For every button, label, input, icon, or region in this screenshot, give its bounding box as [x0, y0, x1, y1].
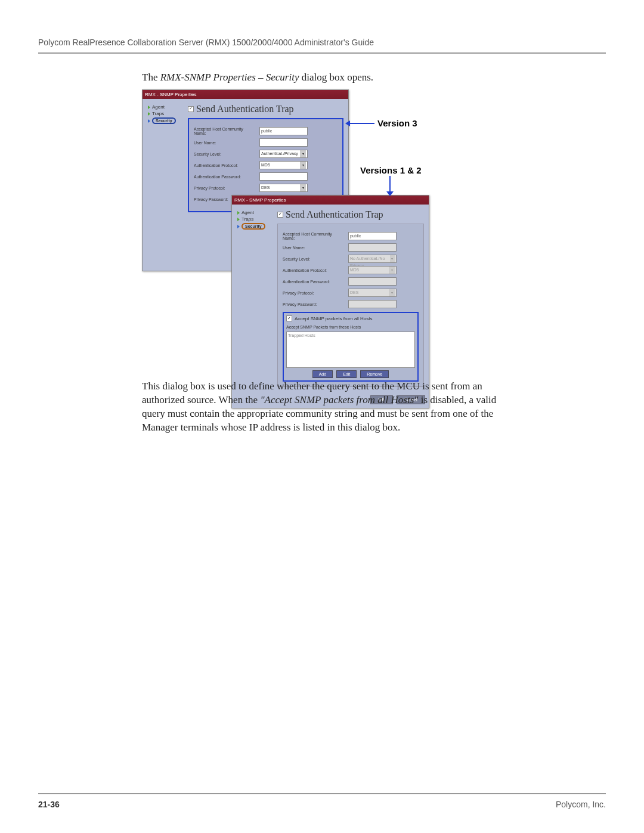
accept-all-hosts-checkbox[interactable]: ✓Accept SNMP packets from all Hosts: [286, 315, 415, 321]
body-paragraph: This dialog box is used to define whethe…: [142, 380, 512, 435]
chevron-down-icon: ▾: [300, 162, 306, 169]
remove-button[interactable]: Remove: [360, 370, 389, 378]
chevron-down-icon: ▾: [389, 267, 395, 274]
triangle-icon: [148, 106, 150, 109]
username-input[interactable]: [259, 138, 308, 147]
field-label: Privacy Protocol:: [283, 291, 345, 295]
auth-trap-checkbox[interactable]: ✓Send Authentication Trap: [188, 104, 343, 114]
nav-traps[interactable]: Traps: [147, 110, 183, 117]
seclevel-select: No Authenticat./No Privacy▾: [348, 255, 397, 263]
field-label: Accepted Host Community Name:: [194, 127, 256, 135]
nav-agent[interactable]: Agent: [147, 104, 183, 110]
nav-label: Agent: [242, 210, 254, 215]
chevron-down-icon: ▾: [300, 184, 306, 191]
body-text-ital: "Accept SNMP packets from all Hosts": [260, 394, 418, 405]
select-value: MD5: [261, 162, 270, 169]
title-bar: RMX - SNMP Properties: [143, 90, 348, 99]
hosts-section: ✓Accept SNMP packets from all Hosts Acce…: [283, 312, 419, 382]
checkbox-label: Accept SNMP packets from all Hosts: [295, 316, 373, 321]
v12-form-panel: Accepted Host Community Name:public User…: [277, 224, 424, 387]
privproto-select[interactable]: DES▾: [259, 184, 308, 192]
field-label: Authentication Password:: [283, 280, 345, 284]
select-value: DES: [350, 289, 358, 296]
nav-label: Traps: [152, 111, 164, 116]
arrow-line: [348, 123, 374, 124]
triangle-icon: [148, 112, 150, 116]
checkbox-icon: ✓: [188, 106, 194, 112]
arrow-line-v: [389, 176, 391, 193]
select-value: MD5: [350, 267, 359, 274]
authproto-select: MD5▾: [348, 266, 397, 274]
triangle-icon: [237, 225, 240, 228]
username-input: [348, 243, 397, 252]
intro-post: dialog box opens.: [299, 72, 373, 83]
intro-pre: The: [142, 72, 160, 83]
page-number: 21-36: [38, 800, 60, 809]
intro-ital: RMX-SNMP Properties – Security: [160, 72, 299, 83]
field-label: Authentication Protocol:: [283, 268, 345, 272]
intro-line: The RMX-SNMP Properties – Security dialo…: [142, 72, 373, 83]
checkbox-label: Send Authentication Trap: [286, 209, 383, 220]
triangle-icon: [148, 119, 150, 123]
checkbox-icon: ✓: [286, 315, 292, 321]
nav-traps[interactable]: Traps: [237, 216, 273, 222]
privpass-input: [348, 300, 397, 308]
field-label: Security Level:: [283, 257, 345, 261]
hosts-sublabel: Accept SNMP Packets from these Hosts: [286, 325, 415, 329]
field-label: Accepted Host Community Name:: [283, 232, 345, 240]
security-pill: Security: [242, 223, 265, 230]
privproto-select: DES▾: [348, 289, 397, 297]
auth-trap-checkbox[interactable]: ✓Send Authentication Trap: [277, 209, 424, 220]
checkbox-label: Send Authentication Trap: [196, 104, 294, 114]
checkbox-icon: ✓: [277, 212, 283, 218]
field-label: Privacy Password:: [283, 302, 345, 306]
nav-sidebar: Agent Traps Security: [147, 104, 183, 212]
community-input[interactable]: public: [348, 232, 397, 240]
edit-button[interactable]: Edit: [336, 370, 357, 378]
field-label: Security Level:: [194, 152, 256, 156]
doc-header: Polycom RealPresence Collaboration Serve…: [38, 38, 606, 47]
arrow-left-icon: [345, 120, 350, 126]
authpass-input: [348, 277, 397, 286]
community-input[interactable]: public: [259, 127, 308, 135]
select-value: Authenticat./Privacy: [261, 150, 298, 157]
nav-label: Agent: [152, 104, 165, 110]
callout-v12: Versions 1 & 2: [360, 165, 422, 175]
hosts-list[interactable]: Trapped Hosts: [286, 332, 415, 368]
callout-v3: Version 3: [377, 118, 417, 128]
triangle-icon: [237, 218, 240, 221]
chevron-down-icon: ▾: [389, 289, 395, 296]
authpass-input[interactable]: [259, 172, 308, 181]
footer-rule: [38, 793, 606, 794]
select-value: No Authenticat./No Privacy: [350, 255, 390, 262]
chevron-down-icon: ▾: [390, 255, 395, 262]
footer-company: Polycom, Inc.: [556, 800, 606, 809]
screenshot-composite: RMX - SNMP Properties Agent Traps Securi…: [142, 89, 500, 373]
dialog-v12: RMX - SNMP Properties Agent Traps Securi…: [231, 195, 429, 408]
nav-security[interactable]: Security: [237, 222, 273, 230]
authproto-select[interactable]: MD5▾: [259, 161, 308, 169]
title-bar: RMX - SNMP Properties: [232, 196, 429, 205]
chevron-down-icon: ▾: [300, 150, 306, 157]
header-rule: [38, 52, 606, 54]
nav-agent[interactable]: Agent: [237, 209, 273, 216]
nav-security[interactable]: Security: [147, 117, 183, 125]
nav-sidebar: Agent Traps Security: [237, 209, 273, 387]
seclevel-select[interactable]: Authenticat./Privacy▾: [259, 150, 308, 158]
security-pill: Security: [152, 117, 176, 124]
field-label: Authentication Protocol:: [194, 163, 256, 168]
field-label: User Name:: [194, 141, 256, 145]
select-value: DES: [261, 184, 270, 191]
triangle-icon: [237, 211, 240, 215]
field-label: Authentication Password:: [194, 175, 256, 179]
field-label: User Name:: [283, 246, 345, 250]
nav-label: Traps: [242, 216, 253, 222]
add-button[interactable]: Add: [312, 370, 333, 378]
field-label: Privacy Protocol:: [194, 186, 256, 190]
arrow-down-icon: [386, 191, 394, 196]
